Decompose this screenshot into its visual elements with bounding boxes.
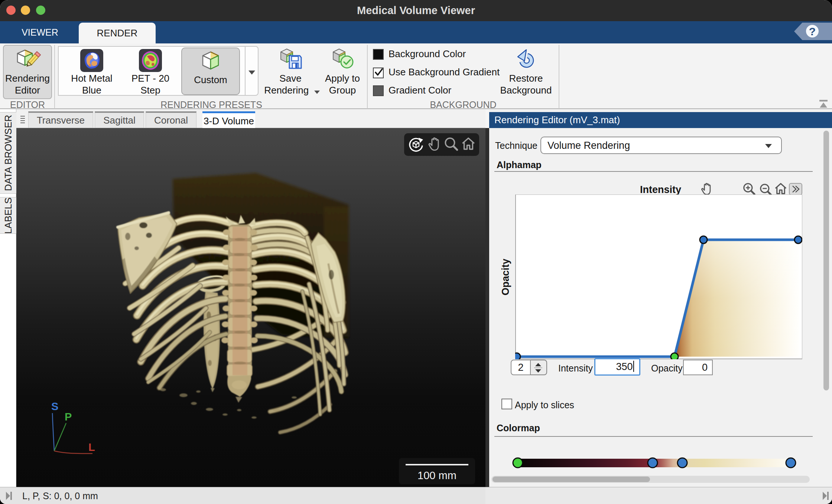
svg-text:S: S	[51, 400, 58, 412]
svg-text:?: ?	[809, 25, 816, 37]
svg-text:L: L	[88, 441, 95, 453]
svg-text:P: P	[65, 411, 72, 423]
